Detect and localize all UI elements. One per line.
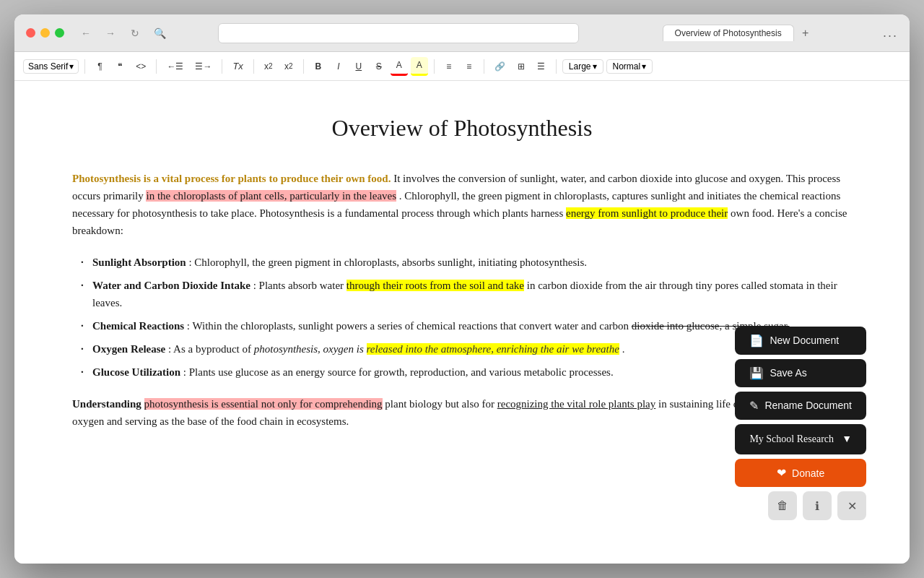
ordered-list-button[interactable]: ≡: [440, 57, 458, 76]
more-button[interactable]: ...: [883, 25, 898, 40]
concl-normal-1: plant biology but also for: [385, 398, 497, 410]
paragraph-icon[interactable]: ¶: [91, 57, 108, 76]
save-as-label: Save As: [770, 367, 806, 379]
unordered-list-button[interactable]: ≡: [461, 57, 478, 76]
bold-button[interactable]: B: [310, 57, 327, 76]
li3-bold: Chemical Reactions: [92, 320, 184, 332]
document-area[interactable]: Overview of Photosynthesis Photosynthesi…: [14, 81, 910, 564]
donate-icon: ❤: [777, 466, 786, 480]
subscript-button[interactable]: x2: [260, 57, 277, 76]
new-document-button[interactable]: 📄 New Document: [735, 327, 866, 355]
align-left-icon[interactable]: ←☰: [162, 57, 188, 76]
size-selector[interactable]: Large ▾: [562, 59, 603, 74]
li1-rest: : Chlorophyll, the green pigment in chlo…: [188, 256, 587, 268]
code-icon[interactable]: <>: [131, 57, 150, 76]
list-item-2: Water and Carbon Dioxide Intake : Plants…: [87, 277, 852, 311]
folder-label: My School Research: [749, 431, 834, 447]
font-name: Sans Serif: [28, 61, 68, 72]
traffic-lights: [26, 28, 64, 38]
li1-bold: Sunlight Absorption: [92, 256, 186, 268]
highlight-button[interactable]: A: [411, 57, 428, 76]
rename-icon: ✎: [749, 399, 759, 413]
more-format-button[interactable]: ☰: [533, 57, 550, 76]
tab-bar: Overview of Photosynthesis +: [663, 25, 814, 42]
li2-normal-1: : Plants absorb water: [253, 280, 346, 291]
concl-bold: Understanding: [72, 398, 141, 410]
link-button[interactable]: 🔗: [490, 57, 510, 76]
font-color-button[interactable]: A: [391, 57, 408, 76]
blockquote-icon[interactable]: ❝: [111, 57, 128, 76]
forward-button[interactable]: →: [100, 23, 121, 43]
trash-icon: 🗑: [777, 499, 788, 512]
new-document-label: New Document: [770, 335, 839, 346]
separator-6: [434, 59, 435, 74]
save-as-button[interactable]: 💾 Save As: [735, 359, 866, 387]
separator-2: [156, 59, 157, 74]
folder-dropdown[interactable]: My School Research ▼: [735, 424, 866, 454]
paragraph-1: Photosynthesis is a vital process for pl…: [72, 170, 852, 239]
rename-document-button[interactable]: ✎ Rename Document: [735, 392, 866, 420]
toolbar: Sans Serif ▾ ¶ ❝ <> ←☰ ☰→ Tx x2 x2 B I U…: [14, 52, 910, 81]
normal-label: Normal: [613, 61, 641, 72]
p1-highlight-pink: in the chloroplasts of plant cells, part…: [146, 190, 396, 202]
separator-5: [303, 59, 304, 74]
concl-highlight-pink: photosynthesis is essential not only for…: [144, 398, 383, 410]
save-as-icon: 💾: [749, 366, 764, 380]
font-arrow-icon: ▾: [69, 61, 74, 72]
close-popup-button[interactable]: ✕: [837, 491, 866, 520]
donate-button[interactable]: ❤ Donate: [735, 459, 866, 487]
delete-button[interactable]: 🗑: [768, 491, 797, 520]
donate-label: Donate: [792, 467, 824, 479]
back-button[interactable]: ←: [76, 23, 96, 43]
table-button[interactable]: ⊞: [513, 57, 530, 76]
normal-arrow-icon: ▾: [642, 61, 646, 72]
search-button[interactable]: 🔍: [149, 23, 170, 43]
italic-button[interactable]: I: [330, 57, 347, 76]
li4-period: .: [622, 343, 625, 355]
popup-menu: 📄 New Document 💾 Save As ✎ Rename Docume…: [735, 327, 866, 520]
active-tab[interactable]: Overview of Photosynthesis: [663, 25, 794, 41]
separator-8: [556, 59, 557, 74]
li5-bold: Glucose Utilization: [92, 366, 180, 378]
rename-document-label: Rename Document: [764, 400, 852, 411]
font-selector[interactable]: Sans Serif ▾: [23, 59, 79, 74]
normal-selector[interactable]: Normal ▾: [606, 59, 653, 74]
li2-highlight: through their roots from the soil and ta…: [346, 280, 524, 291]
close-button[interactable]: [26, 28, 35, 38]
new-doc-icon: 📄: [749, 334, 764, 348]
close-icon: ✕: [847, 499, 857, 513]
titlebar: ← → ↻ 🔍 Overview of Photosynthesis + ...: [14, 14, 910, 52]
separator-4: [253, 59, 254, 74]
nav-buttons: ← → ↻ 🔍: [76, 23, 170, 43]
popup-action-bar: 🗑 ℹ ✕: [735, 491, 866, 520]
list-item-1: Sunlight Absorption : Chlorophyll, the g…: [87, 254, 852, 271]
app-window: ← → ↻ 🔍 Overview of Photosynthesis + ...…: [14, 14, 910, 564]
document-title: Overview of Photosynthesis: [72, 110, 852, 147]
size-arrow-icon: ▾: [593, 61, 597, 72]
minimize-button[interactable]: [40, 28, 50, 38]
maximize-button[interactable]: [55, 28, 64, 38]
strikethrough-button[interactable]: S: [370, 57, 388, 76]
separator-3: [222, 59, 222, 74]
info-icon: ℹ: [815, 499, 819, 513]
separator-1: [84, 59, 85, 74]
info-button[interactable]: ℹ: [803, 491, 832, 520]
li4-normal: : As a byproduct of: [168, 343, 254, 355]
refresh-button[interactable]: ↻: [125, 23, 145, 43]
li3-normal: : Within the chloroplasts, sunlight powe…: [187, 320, 632, 332]
size-label: Large: [569, 61, 591, 72]
li4-italic-highlight: released into the atmosphere, enriching …: [367, 343, 619, 355]
clear-format-button[interactable]: Tx: [228, 57, 247, 76]
concl-underline: recognizing the vital role plants play: [497, 398, 656, 410]
new-tab-button[interactable]: +: [797, 25, 814, 42]
p1-highlight-yellow: energy from sunlight to produce their: [566, 207, 728, 219]
url-bar[interactable]: [218, 23, 579, 43]
dropdown-chevron-icon: ▼: [842, 431, 852, 447]
li4-bold: Oxygen Release: [92, 343, 165, 355]
p1-yellow: Photosynthesis is a vital process for pl…: [72, 173, 391, 184]
li5-rest: : Plants use glucose as an energy source…: [183, 366, 614, 378]
align-right-icon[interactable]: ☰→: [191, 57, 216, 76]
li4-italic: photosynthesis, oxygen is: [254, 343, 367, 355]
underline-button[interactable]: U: [350, 57, 367, 76]
superscript-button[interactable]: x2: [280, 57, 297, 76]
